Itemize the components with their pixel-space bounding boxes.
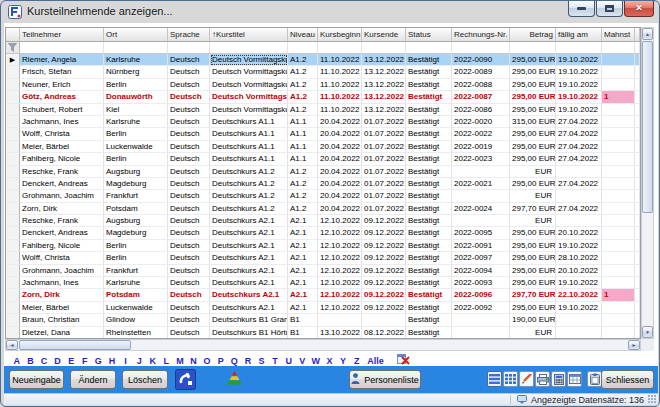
column-header-kursbeginn[interactable]: Kursbeginn: [318, 28, 362, 42]
table-row[interactable]: Frisch, StefanNürnbergDeutschDeutsch Vor…: [6, 66, 640, 78]
alphabet-letter-T[interactable]: T: [268, 356, 282, 366]
table-row[interactable]: Zorn, DirkPotsdamDeutschDeutschkurs A2.1…: [6, 289, 640, 301]
alphabet-letter-R[interactable]: R: [241, 356, 255, 366]
filter-cell-niveau[interactable]: [288, 42, 318, 54]
filter-cell-teilnehmer[interactable]: [20, 42, 104, 54]
alphabet-letter-B[interactable]: B: [24, 356, 38, 366]
clear-filter-icon[interactable]: [397, 353, 410, 365]
alphabet-letter-P[interactable]: P: [214, 356, 228, 366]
table-row[interactable]: Grohmann, JoachimFrankfurtDeutschDeutsch…: [6, 265, 640, 277]
alphabet-letter-U[interactable]: U: [282, 356, 296, 366]
table-row[interactable]: Wolff, ChristaBerlinDeutschDeutschkurs A…: [6, 252, 640, 264]
alphabet-letter-Y[interactable]: Y: [336, 356, 350, 366]
table-row[interactable]: Jachmann, InesKarlsruheDeutschDeutschkur…: [6, 277, 640, 289]
table-row[interactable]: Fahlberg, NicoleBerlinDeutschDeutschkurs…: [6, 153, 640, 165]
table-row[interactable]: Wolff, ChristaBerlinDeutschDeutschkurs A…: [6, 128, 640, 140]
filter-cell-kursende[interactable]: [362, 42, 406, 54]
table-row[interactable]: Zorn, DirkPotsdamDeutschDeutschkurs A1.2…: [6, 203, 640, 215]
alphabet-letter-L[interactable]: L: [160, 356, 174, 366]
filter-cell-betrag[interactable]: [510, 42, 556, 54]
table-row[interactable]: Meier, BärbelLuckenwaldeDeutschDeutschku…: [6, 141, 640, 153]
alphabet-letter-F[interactable]: F: [78, 356, 92, 366]
maximize-button[interactable]: [596, 1, 623, 17]
filter-cell-mahnstufe[interactable]: [602, 42, 635, 54]
table-row[interactable]: Denckert, AndreasMagdeburgDeutschDeutsch…: [6, 227, 640, 239]
vertical-scroll-thumb[interactable]: [642, 41, 653, 213]
close-window-button[interactable]: Schliessen: [601, 370, 654, 389]
alphabet-letter-G[interactable]: G: [92, 356, 106, 366]
alphabet-letter-W[interactable]: W: [309, 356, 323, 366]
filter-cell-rechnungsnr[interactable]: [452, 42, 510, 54]
table-icon[interactable]: [567, 371, 582, 387]
column-header-rechnungsnr[interactable]: Rechnungs-Nr.: [452, 28, 510, 42]
column-header-kurstitel[interactable]: ↑Kurstitel: [210, 28, 288, 42]
filter-cell-ort[interactable]: [104, 42, 168, 54]
alphabet-letter-I[interactable]: I: [119, 356, 133, 366]
warning-pyramid-icon[interactable]: [227, 371, 242, 389]
column-header-niveau[interactable]: Niveau: [288, 28, 318, 42]
alphabet-letter-O[interactable]: O: [200, 356, 214, 366]
filter-cell-kurstitel[interactable]: [210, 42, 288, 54]
alphabet-letter-N[interactable]: N: [187, 356, 201, 366]
table-row[interactable]: Jachmann, InesKarlsruheDeutschDeutschkur…: [6, 116, 640, 128]
filter-cell-status[interactable]: [406, 42, 452, 54]
column-header-teilnehmer[interactable]: Teilnehmer: [20, 28, 104, 42]
filter-cell-sprache[interactable]: [168, 42, 210, 54]
list-view-icon[interactable]: [487, 371, 502, 387]
calculator-icon[interactable]: [551, 371, 566, 387]
alphabet-letter-E[interactable]: E: [64, 356, 78, 366]
alphabet-letter-V[interactable]: V: [295, 356, 309, 366]
printer-icon[interactable]: [535, 371, 550, 387]
table-row[interactable]: Reschke, FrankAugsburgDeutschDeutschkurs…: [6, 166, 640, 178]
alphabet-letter-Z[interactable]: Z: [350, 356, 364, 366]
view-switch-icon[interactable]: [175, 369, 196, 394]
grid-view-icon[interactable]: [503, 371, 518, 387]
scroll-down-button[interactable]: ▼: [642, 326, 653, 338]
column-header-ort[interactable]: Ort: [104, 28, 168, 42]
resize-grip[interactable]: [648, 395, 656, 403]
column-header-mahnstufe[interactable]: Mahnst: [602, 28, 635, 42]
column-header-status[interactable]: Status: [406, 28, 452, 42]
alphabet-letter-D[interactable]: D: [51, 356, 65, 366]
alphabet-all[interactable]: Alle: [363, 356, 387, 366]
table-row[interactable]: Götz, AndreasDonauwörthDeutschDeutsch Vo…: [6, 91, 640, 103]
table-row[interactable]: Neuner, ErichBerlinDeutschDeutsch Vormit…: [6, 79, 640, 91]
alphabet-letter-K[interactable]: K: [146, 356, 160, 366]
table-row[interactable]: ▶Riemer, AngelaKarlsruheDeutschDeutsch V…: [6, 54, 640, 66]
table-row[interactable]: Schubert, RobertKielDeutschDeutsch Vormi…: [6, 104, 640, 116]
scroll-left-button[interactable]: ◄: [6, 340, 18, 350]
column-header-faellig[interactable]: fällig am: [556, 28, 602, 42]
close-button[interactable]: ✕: [624, 1, 654, 17]
alphabet-letter-M[interactable]: M: [173, 356, 187, 366]
edit-pen-icon[interactable]: [519, 371, 534, 387]
table-row[interactable]: Grohmann, JoachimFrankfurtDeutschDeutsch…: [6, 190, 640, 202]
delete-button[interactable]: Löschen: [122, 370, 168, 389]
scroll-right-button[interactable]: ►: [628, 340, 640, 350]
table-row[interactable]: Fahlberg, NicoleBerlinDeutschDeutschkurs…: [6, 240, 640, 252]
minimize-button[interactable]: [568, 1, 595, 17]
horizontal-scroll-thumb[interactable]: [19, 340, 131, 350]
alphabet-letter-J[interactable]: J: [132, 356, 146, 366]
scroll-up-button[interactable]: ▲: [642, 28, 653, 40]
alphabet-letter-Q[interactable]: Q: [228, 356, 242, 366]
alphabet-letter-C[interactable]: C: [37, 356, 51, 366]
edit-button[interactable]: Ändern: [70, 370, 116, 389]
clipboard-icon[interactable]: [587, 371, 602, 387]
alphabet-letter-H[interactable]: H: [105, 356, 119, 366]
table-row[interactable]: Braun, ChristianGlindowDeutschDeutschkur…: [6, 314, 640, 326]
column-header-betrag[interactable]: Betrag: [510, 28, 556, 42]
alphabet-letter-X[interactable]: X: [323, 356, 337, 366]
table-row[interactable]: Dietzel, DanaRheinstettenDeutschDeutschk…: [6, 327, 640, 339]
column-header-sprache[interactable]: Sprache: [168, 28, 210, 42]
person-list-button[interactable]: Personenliste: [349, 370, 421, 389]
table-row[interactable]: Denckert, AndreasMagdeburgDeutschDeutsch…: [6, 178, 640, 190]
filter-cell-faellig[interactable]: [556, 42, 602, 54]
table-row[interactable]: Reschke, FrankAugsburgDeutschDeutschkurs…: [6, 215, 640, 227]
column-header-kursende[interactable]: Kursende: [362, 28, 406, 42]
table-row[interactable]: Meier, BärbelLuckenwaldeDeutschDeutschku…: [6, 302, 640, 314]
new-entry-button[interactable]: Neueingabe: [9, 370, 64, 389]
filter-cell-kursbeginn[interactable]: [318, 42, 362, 54]
vertical-scrollbar[interactable]: ▲ ▼: [641, 27, 654, 339]
alphabet-letter-A[interactable]: A: [10, 356, 24, 366]
alphabet-letter-S[interactable]: S: [255, 356, 269, 366]
